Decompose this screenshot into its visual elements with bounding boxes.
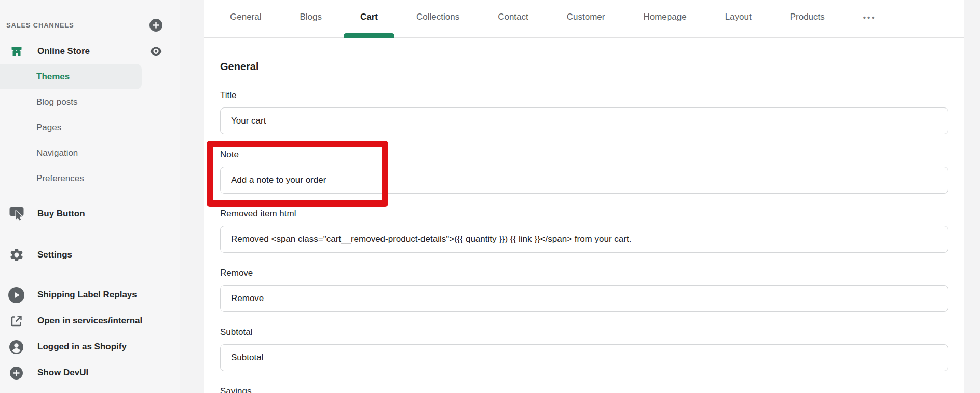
sub-item-label: Navigation [36,148,78,158]
online-store-subnav: Themes Blog posts Pages Navigation Prefe… [0,64,180,191]
section-heading: General [220,60,948,73]
subtotal-input[interactable] [220,344,948,371]
tab-bar: General Blogs Cart Collections Contact C… [204,0,964,38]
sub-item-label: Preferences [36,173,84,184]
sidebar-item-navigation[interactable]: Navigation [0,140,180,166]
field-label: Removed item html [220,209,948,219]
tab-products[interactable]: Products [790,0,825,38]
tab-label: Contact [498,12,528,22]
tab-label: Homepage [643,12,686,22]
tabs-overflow-button[interactable]: ••• [863,0,876,38]
sidebar: SALES CHANNELS Online Store [0,0,180,393]
sidebar-item-label: Shipping Label Replays [37,290,137,300]
plus-circle-icon [8,367,24,380]
field-label: Note [220,150,948,160]
tab-customer[interactable]: Customer [567,0,605,38]
sidebar-item-pages[interactable]: Pages [0,115,180,140]
title-input[interactable] [220,107,948,134]
field-group-remove: Remove [220,268,948,312]
sidebar-item-settings[interactable]: Settings [0,242,180,267]
sales-channels-label: SALES CHANNELS [6,21,74,29]
remove-input[interactable] [220,285,948,312]
sub-item-label: Themes [36,72,70,82]
tab-contact[interactable]: Contact [498,0,528,38]
tab-layout[interactable]: Layout [725,0,752,38]
sales-channels-header: SALES CHANNELS [0,17,180,33]
field-group-removed-item-html: Removed item html [220,209,948,253]
language-editor-card: General Blogs Cart Collections Contact C… [204,0,964,393]
tab-general[interactable]: General [230,0,261,38]
tab-cart[interactable]: Cart [360,0,378,38]
active-tab-underline [344,33,394,38]
sidebar-item-online-store[interactable]: Online Store [0,39,180,64]
field-group-subtotal: Subtotal [220,327,948,371]
sidebar-item-label: Buy Button [37,209,85,219]
eye-icon[interactable] [149,46,162,57]
plus-circle-icon [149,19,162,32]
buy-button-cursor-icon [8,206,24,222]
account-circle-icon [8,340,24,354]
sidebar-item-open-in-services[interactable]: Open in services/internal [0,308,180,334]
sidebar-item-label: Show DevUI [37,368,88,378]
add-sales-channel-button[interactable] [149,19,162,32]
field-group-title: Title [220,90,948,134]
sidebar-item-label: Online Store [37,46,90,57]
main-area: General Blogs Cart Collections Contact C… [180,0,980,393]
removed-item-html-input[interactable] [220,226,948,253]
field-group-note: Note [220,150,948,194]
tab-label: Products [790,12,825,22]
gear-icon [8,247,24,263]
sidebar-item-shipping-label-replays[interactable]: Shipping Label Replays [0,282,180,308]
sidebar-footer: Shipping Label Replays Open in services/… [0,282,180,386]
field-group-savings: Savings [220,386,948,393]
sidebar-item-themes[interactable]: Themes [0,64,142,89]
sidebar-item-label: Settings [37,250,72,260]
sub-item-label: Blog posts [36,97,77,107]
tab-label: General [230,12,261,22]
tab-label: Blogs [300,12,322,22]
tab-label: Customer [567,12,605,22]
ellipsis-icon: ••• [863,13,876,22]
storefront-icon [8,45,24,58]
tab-blogs[interactable]: Blogs [300,0,322,38]
sub-item-label: Pages [36,123,61,133]
form-content: General Title Note Removed item html Rem… [204,38,964,393]
play-circle-icon [8,287,24,303]
field-label: Title [220,90,948,101]
tab-label: Collections [416,12,459,22]
external-link-icon [8,315,24,328]
sidebar-item-blog-posts[interactable]: Blog posts [0,89,180,115]
field-label: Remove [220,268,948,278]
sidebar-item-logged-in-as[interactable]: Logged in as Shopify [0,334,180,360]
field-label: Savings [220,386,948,393]
sidebar-item-label: Open in services/internal [37,316,142,326]
field-label: Subtotal [220,327,948,337]
note-input[interactable] [220,167,948,194]
tab-label: Cart [360,12,378,22]
sidebar-item-buy-button[interactable]: Buy Button [0,201,180,226]
sidebar-item-label: Logged in as Shopify [37,342,127,352]
sidebar-item-show-devui[interactable]: Show DevUI [0,360,180,386]
tab-collections[interactable]: Collections [416,0,459,38]
tab-label: Layout [725,12,752,22]
sidebar-item-preferences[interactable]: Preferences [0,166,180,191]
tab-homepage[interactable]: Homepage [643,0,686,38]
